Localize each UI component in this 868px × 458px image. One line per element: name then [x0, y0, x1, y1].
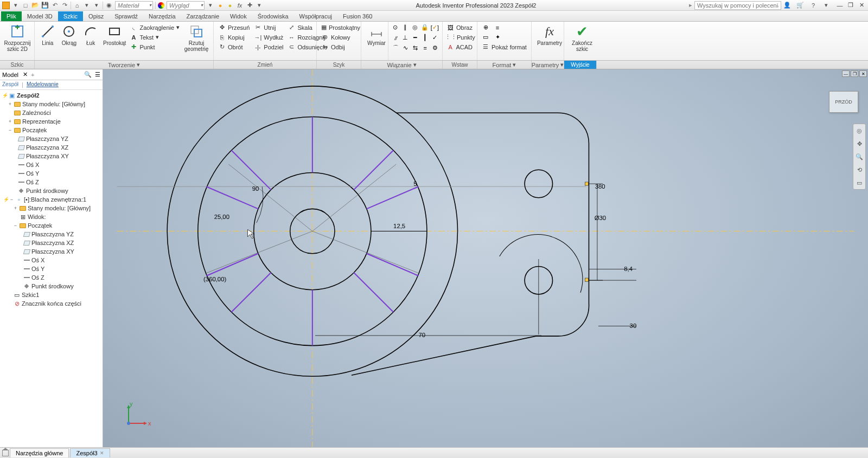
tree-relations[interactable]: Zależności — [1, 108, 101, 117]
tree-modelstates[interactable]: +Stany modelu: [Główny] — [1, 100, 101, 108]
collapse-icon[interactable]: − — [8, 127, 12, 133]
tree-plane-yz2[interactable]: Płaszczyzna YZ — [1, 230, 101, 238]
image-button[interactable]: 🖼Obraz — [446, 23, 474, 32]
panel-label-insert[interactable]: Wstaw — [443, 61, 477, 69]
tree-axis-z[interactable]: Oś Z — [1, 178, 101, 186]
circle-button[interactable]: Okrąg — [60, 23, 79, 46]
expand-icon[interactable]: + — [13, 205, 18, 211]
panel-label-constrain[interactable]: Wiązanie▾ — [361, 61, 443, 69]
tree-plane-yz[interactable]: Płaszczyzna YZ — [1, 134, 101, 143]
collapse-icon[interactable]: − — [9, 197, 14, 202]
point-button[interactable]: ✚Punkt — [129, 42, 181, 51]
fillet-button[interactable]: ◟Zaokrąglenie▾ — [129, 23, 181, 32]
tree-sketch1[interactable]: ▭Szkic1 — [1, 291, 101, 299]
doc-tab-assembly[interactable]: Zespół3✕ — [70, 448, 110, 457]
qat-dropdown-icon[interactable]: ▾ — [256, 2, 263, 9]
tab-sketch[interactable]: Szkic — [58, 11, 83, 21]
auto-constraints-icon[interactable]: ✓ — [431, 33, 439, 42]
graphics-canvas[interactable]: — ❐ ✕ PRZÓD ◎ ✥ 🔍 ⟲ ▭ — [103, 69, 868, 447]
tree-reps[interactable]: +Reprezentacje — [1, 117, 101, 126]
browser-close-icon[interactable]: ✕ — [23, 71, 28, 78]
file-menu-icon[interactable]: ▾ — [12, 2, 20, 9]
copy-button[interactable]: ⎘Kopiuj — [217, 33, 251, 42]
parallel-icon[interactable]: ⫽ — [392, 33, 399, 42]
tree-axis-x2[interactable]: Oś X — [1, 256, 101, 265]
panel-label-modify[interactable]: Zmień — [214, 61, 317, 69]
symmetric-icon[interactable]: ⇆ — [411, 43, 419, 53]
undo-icon[interactable]: ↶ — [51, 2, 59, 9]
coincident-icon[interactable]: ⊙ — [392, 23, 399, 32]
tree-origin2[interactable]: −Początek — [1, 221, 101, 230]
tree-centerpoint2[interactable]: Punkt środkowy — [1, 282, 101, 291]
home-tab-icon[interactable] — [2, 450, 9, 456]
tree-part[interactable]: ⚡−▫[•]:Blacha zewnętrzna:1 — [1, 195, 101, 204]
centerpoint-icon[interactable]: ✦ — [493, 33, 502, 42]
menu-icon[interactable]: ☰ — [95, 71, 100, 78]
construction-icon[interactable]: ⊕ — [481, 23, 490, 32]
perpendicular-icon[interactable]: ⊥ — [401, 33, 409, 42]
collinear-icon[interactable]: ∥ — [401, 23, 409, 32]
project-geometry-button[interactable]: Rzutuj geometrię — [183, 23, 210, 52]
points-button[interactable]: ⋮⋮Punkty — [446, 33, 474, 42]
panel-label-sketch[interactable]: Szkic — [0, 61, 35, 69]
fx-icon[interactable]: fx — [236, 2, 244, 9]
dimension-button[interactable]: Wymiar — [365, 23, 388, 46]
mirror-button[interactable]: ⇋Odbij — [320, 42, 358, 51]
tangent-icon[interactable]: ⌒ — [392, 43, 399, 53]
rect-pattern-button[interactable]: ▦Prostokątny — [320, 23, 358, 32]
doc-tab-home[interactable]: Narzędzia główne — [10, 448, 69, 457]
show-format-button[interactable]: ☰Pokaż format — [481, 42, 528, 51]
start-sketch-button[interactable]: Rozpocznij szkic 2D — [3, 23, 31, 52]
tree-origin[interactable]: −Początek — [1, 126, 101, 134]
search-chevron-icon[interactable]: ▸ — [689, 2, 692, 9]
tree-axis-x[interactable]: Oś X — [1, 160, 101, 169]
tree-plane-xy[interactable]: Płaszczyzna XY — [1, 152, 101, 160]
new-icon[interactable]: □ — [22, 2, 29, 9]
yellow-ball-icon[interactable]: ● — [226, 2, 234, 9]
cart-icon[interactable]: 🛒 — [796, 2, 804, 9]
open-icon[interactable]: 📂 — [31, 2, 39, 9]
fix-icon[interactable]: 🔒 — [421, 23, 429, 32]
driven-icon[interactable]: ▭ — [481, 33, 490, 42]
tree-root[interactable]: ⚡▣Zespół2 — [1, 91, 101, 100]
parameters-button[interactable]: fx Parametry — [535, 23, 564, 46]
equal-icon[interactable]: = — [422, 43, 429, 53]
expand-icon[interactable]: + — [8, 101, 12, 107]
home-icon[interactable]: ⌂ — [73, 2, 81, 9]
acad-button[interactable]: AACAD — [446, 42, 474, 51]
tab-close-icon[interactable]: ✕ — [100, 450, 104, 456]
centerline-icon[interactable]: ≡ — [493, 23, 502, 32]
move-button[interactable]: ✥Przesuń — [217, 23, 251, 32]
user-icon[interactable]: 👤 — [783, 2, 791, 9]
concentric-icon[interactable]: ◎ — [411, 23, 419, 32]
tab-model3d[interactable]: Model 3D — [22, 11, 58, 21]
orange-ball-icon[interactable]: ● — [216, 2, 224, 9]
panel-label-create[interactable]: Tworzenie▾ — [35, 61, 214, 69]
tab-inspect[interactable]: Sprawdź — [109, 11, 143, 21]
trim-button[interactable]: ✂Utnij — [253, 23, 284, 32]
help-icon[interactable]: ? — [809, 2, 817, 9]
select-icon[interactable]: ▾ — [93, 2, 100, 9]
minimize-button[interactable]: — — [835, 2, 844, 9]
team-icon[interactable]: ▾ — [83, 2, 91, 9]
tab-environments[interactable]: Środowiska — [252, 11, 294, 21]
constraint-settings-icon[interactable]: ⚙ — [431, 43, 439, 53]
tree-plane-xz2[interactable]: Płaszczyzna XZ — [1, 238, 101, 247]
browser-tab-modeling[interactable]: Modelowanie — [27, 81, 59, 88]
tree-axis-z2[interactable]: Oś Z — [1, 273, 101, 282]
text-button[interactable]: ATekst▾ — [129, 33, 181, 42]
tree-modelstates2[interactable]: +Stany modelu: [Główny] — [1, 204, 101, 212]
panel-label-pattern[interactable]: Szyk — [317, 61, 361, 69]
browser-tab-assembly[interactable]: Zespół — [2, 81, 18, 88]
collapse-icon[interactable]: − — [13, 223, 18, 228]
panel-label-parameters[interactable]: Parametry▾ — [532, 61, 564, 69]
tree-axis-y2[interactable]: Oś Y — [1, 265, 101, 273]
material-combo[interactable]: Materiał — [115, 1, 153, 10]
appearance-combo[interactable]: Wygląd — [167, 1, 205, 10]
add-icon[interactable]: ✚ — [246, 2, 253, 9]
arc-button[interactable]: Łuk — [81, 23, 100, 46]
help-search-input[interactable] — [694, 1, 781, 10]
circ-pattern-button[interactable]: ⊛Kołowy — [320, 33, 358, 42]
panel-label-exit[interactable]: Wyjście — [564, 61, 597, 69]
split-button[interactable]: -|-Podziel — [253, 42, 284, 51]
